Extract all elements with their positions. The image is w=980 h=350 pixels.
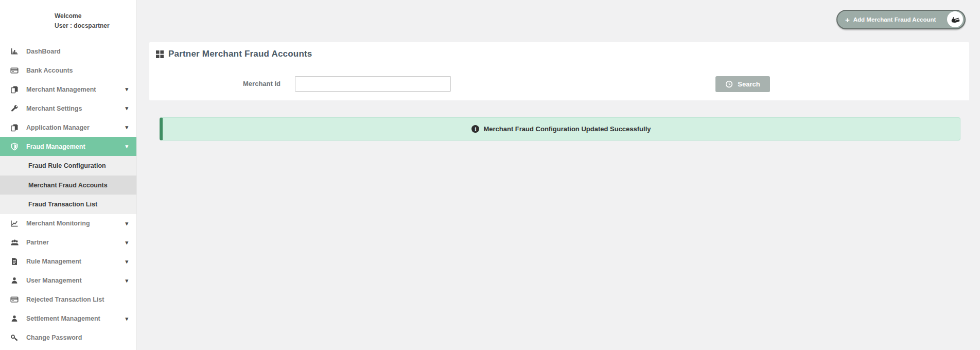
sidebar-nav: DashBoard Bank Accounts Merchant Managem… (0, 42, 136, 347)
chevron-down-icon: ▾ (125, 316, 128, 322)
sidebar-item-label: Settlement Management (26, 315, 100, 322)
page-title: Partner Merchant Fraud Accounts (168, 49, 312, 59)
plus-icon: + (845, 15, 850, 24)
clock-icon (725, 80, 733, 88)
add-button-label: Add Merchant Fraud Account (853, 16, 936, 23)
sidebar-item-user-management[interactable]: User Management ▾ (0, 271, 136, 290)
info-icon: i (471, 125, 479, 133)
sidebar-item-dashboard[interactable]: DashBoard (0, 42, 136, 61)
merchant-id-label: Merchant Id (232, 80, 281, 87)
sidebar-item-label: Rejected Transaction List (26, 296, 104, 303)
partner-merchant-fraud-accounts-panel: Partner Merchant Fraud Accounts Merchant… (149, 42, 969, 100)
add-merchant-fraud-account-button[interactable]: + Add Merchant Fraud Account (836, 10, 966, 29)
sidebar-item-label: User Management (26, 277, 82, 284)
credit-card-icon (9, 66, 20, 75)
welcome-block: Welcome User : docspartner (0, 0, 136, 31)
subitem-label: Fraud Rule Configuration (28, 162, 106, 169)
sidebar-item-bank-accounts[interactable]: Bank Accounts (0, 61, 136, 80)
shield-icon (9, 143, 20, 151)
sidebar-item-label: Change Password (26, 334, 82, 341)
bar-chart-icon (9, 47, 20, 56)
sidebar-item-label: Fraud Management (26, 143, 85, 150)
files-icon (9, 124, 20, 132)
sidebar-item-label: Application Manager (26, 124, 90, 131)
user-icon (9, 276, 20, 285)
sidebar-item-rejected-transaction-list[interactable]: Rejected Transaction List (0, 290, 136, 309)
sidebar-subitem-fraud-rule-configuration[interactable]: Fraud Rule Configuration (0, 156, 136, 176)
sidebar-item-label: Rule Management (26, 258, 81, 265)
sidebar-subitem-fraud-transaction-list[interactable]: Fraud Transaction List (0, 195, 136, 214)
merchant-id-input[interactable] (295, 76, 451, 92)
panel-header: Partner Merchant Fraud Accounts (149, 42, 969, 59)
sidebar-item-label: Merchant Management (26, 86, 96, 93)
success-alert: i Merchant Fraud Configuration Updated S… (160, 117, 960, 141)
chevron-down-icon: ▾ (125, 221, 128, 226)
sidebar-item-merchant-settings[interactable]: Merchant Settings ▾ (0, 99, 136, 118)
welcome-user: User : docspartner (55, 21, 136, 31)
chevron-down-icon: ▾ (125, 125, 128, 130)
chevron-down-icon: ▾ (125, 278, 128, 284)
sidebar-item-settlement-management[interactable]: Settlement Management ▾ (0, 309, 136, 328)
wrench-icon (9, 104, 20, 113)
files-icon (9, 85, 20, 94)
chevron-down-icon: ▾ (125, 259, 128, 265)
line-chart-icon (9, 219, 20, 227)
chevron-down-icon: ▾ (125, 240, 128, 246)
search-button-label: Search (738, 80, 760, 88)
file-text-icon (9, 257, 20, 266)
sidebar-item-rule-management[interactable]: Rule Management ▾ (0, 252, 136, 271)
credit-card-icon (9, 295, 20, 304)
sidebar-item-label: DashBoard (26, 48, 61, 55)
subitem-label: Merchant Fraud Accounts (28, 182, 108, 189)
sidebar-item-application-manager[interactable]: Application Manager ▾ (0, 118, 136, 137)
sidebar: Welcome User : docspartner DashBoard Ban… (0, 0, 137, 350)
sidebar-item-fraud-management[interactable]: Fraud Management ▾ (0, 137, 136, 156)
sidebar-item-partner[interactable]: Partner ▾ (0, 233, 136, 252)
sidebar-item-label: Merchant Settings (26, 105, 82, 112)
key-icon (9, 334, 20, 342)
sidebar-item-label: Merchant Monitoring (26, 220, 90, 227)
alert-message: Merchant Fraud Configuration Updated Suc… (483, 125, 651, 133)
sidebar-item-merchant-monitoring[interactable]: Merchant Monitoring ▾ (0, 214, 136, 233)
sidebar-item-label: Bank Accounts (26, 67, 73, 74)
sidebar-item-merchant-management[interactable]: Merchant Management ▾ (0, 80, 136, 99)
subitem-label: Fraud Transaction List (28, 201, 97, 208)
user-icon (9, 314, 20, 323)
users-icon (9, 238, 20, 247)
grid-icon (156, 50, 164, 58)
fraud-management-submenu: Fraud Rule Configuration Merchant Fraud … (0, 156, 136, 214)
welcome-text: Welcome (55, 11, 136, 21)
sidebar-item-label: Partner (26, 239, 49, 246)
chevron-down-icon: ▾ (125, 86, 128, 92)
search-button[interactable]: Search (715, 76, 770, 92)
sidebar-subitem-merchant-fraud-accounts[interactable]: Merchant Fraud Accounts (0, 176, 136, 195)
sidebar-item-change-password[interactable]: Change Password (0, 328, 136, 347)
chevron-down-icon: ▾ (125, 144, 128, 149)
money-card-icon (947, 11, 963, 27)
chevron-down-icon: ▾ (125, 106, 128, 111)
